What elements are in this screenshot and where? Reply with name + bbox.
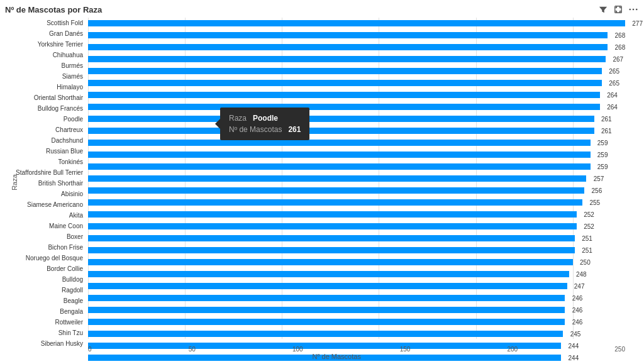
bar-value: 247 bbox=[574, 282, 585, 289]
bar-fill: 250 bbox=[88, 259, 573, 265]
bar-fill: 261 bbox=[88, 116, 594, 122]
chart-title: Nº de Mascotas por Raza bbox=[5, 5, 102, 14]
y-label: Ragdoll bbox=[0, 285, 86, 295]
table-row[interactable]: 245 bbox=[88, 328, 625, 339]
bar-fill: 277 bbox=[88, 20, 625, 26]
y-axis-labels: Scottish FoldGran DanésYorkshire Terrier… bbox=[0, 18, 86, 339]
y-label: Bengala bbox=[0, 306, 86, 317]
table-row[interactable]: 265 bbox=[88, 65, 625, 76]
table-row[interactable]: 251 bbox=[88, 245, 625, 255]
bar-value: 248 bbox=[576, 270, 587, 277]
y-label: Border Collie bbox=[0, 263, 86, 274]
bar-value: 256 bbox=[592, 187, 602, 194]
table-row[interactable]: 267 bbox=[88, 53, 625, 64]
table-row[interactable]: 264 bbox=[88, 89, 625, 100]
bar-fill: 264 bbox=[88, 104, 600, 110]
table-row[interactable]: 268 bbox=[88, 30, 625, 40]
bar-fill: 252 bbox=[88, 211, 577, 218]
y-label: Staffordshire Bull Terrier bbox=[0, 167, 86, 178]
table-row[interactable]: 252 bbox=[88, 221, 625, 231]
bar-value: 257 bbox=[594, 175, 604, 182]
bar-fill: 265 bbox=[88, 68, 602, 74]
table-row[interactable]: 247 bbox=[88, 280, 625, 291]
bar-value: 244 bbox=[569, 354, 579, 361]
y-label: Russian Blue bbox=[0, 146, 86, 157]
bar-value: 246 bbox=[572, 318, 583, 325]
x-axis-ticks: 050100150200250 bbox=[88, 346, 625, 353]
bar-value: 265 bbox=[609, 67, 619, 74]
table-row[interactable]: 268 bbox=[88, 41, 625, 52]
bar-value: 267 bbox=[613, 55, 623, 62]
table-row[interactable]: 259 bbox=[88, 161, 625, 172]
table-row[interactable]: 248 bbox=[88, 268, 625, 279]
filter-icon[interactable] bbox=[597, 4, 609, 15]
bar-fill: 245 bbox=[88, 331, 563, 337]
x-tick: 100 bbox=[292, 346, 303, 353]
bar-fill: 259 bbox=[88, 140, 591, 146]
y-label: Siberian Husky bbox=[0, 338, 86, 349]
table-row[interactable]: 251 bbox=[88, 233, 625, 243]
y-label: Boxer bbox=[0, 231, 86, 242]
table-row[interactable]: 256 bbox=[88, 185, 625, 196]
x-tick: 0 bbox=[88, 346, 92, 353]
bar-value: 251 bbox=[582, 246, 592, 253]
y-label: Oriental Shorthair bbox=[0, 92, 86, 103]
bar-value: 259 bbox=[597, 139, 608, 146]
bar-value: 251 bbox=[582, 234, 592, 241]
bar-fill: 251 bbox=[88, 247, 575, 253]
bar-fill: 246 bbox=[88, 307, 565, 313]
more-icon[interactable] bbox=[628, 4, 639, 15]
bar-value: 252 bbox=[584, 211, 594, 218]
bar-fill: 267 bbox=[88, 56, 606, 62]
y-label: Akita bbox=[0, 210, 86, 221]
table-row[interactable]: 250 bbox=[88, 256, 625, 267]
y-label: Bichon Frise bbox=[0, 242, 86, 253]
table-row[interactable]: 259 bbox=[88, 149, 625, 160]
bar-value: 250 bbox=[580, 258, 591, 265]
bar-fill: 255 bbox=[88, 199, 582, 206]
bar-fill: 247 bbox=[88, 283, 567, 289]
svg-point-1 bbox=[629, 9, 631, 11]
bar-fill: 252 bbox=[88, 223, 577, 229]
y-label: Gran Danés bbox=[0, 28, 86, 39]
y-label: British Shorthair bbox=[0, 178, 86, 189]
bar-value: 252 bbox=[584, 223, 594, 229]
table-row[interactable]: 252 bbox=[88, 209, 625, 219]
table-row[interactable]: 261 bbox=[88, 125, 625, 136]
bar-value: 264 bbox=[607, 103, 618, 110]
bars-area: 2772682682672652652642642612612592592592… bbox=[88, 18, 625, 339]
bar-fill: 251 bbox=[88, 235, 575, 241]
bar-value: 259 bbox=[597, 151, 608, 158]
bar-value: 264 bbox=[607, 91, 618, 98]
y-label: Rottweiler bbox=[0, 317, 86, 328]
table-row[interactable]: 259 bbox=[88, 137, 625, 148]
y-label: Maine Coon bbox=[0, 221, 86, 231]
bar-value: 261 bbox=[601, 115, 612, 122]
table-row[interactable]: 265 bbox=[88, 77, 625, 88]
y-label: Abisinio bbox=[0, 189, 86, 199]
svg-point-2 bbox=[633, 9, 635, 11]
table-row[interactable]: 277 bbox=[88, 18, 625, 28]
table-row[interactable]: 246 bbox=[88, 304, 625, 315]
bar-value: 268 bbox=[615, 43, 626, 50]
y-label: Chihuahua bbox=[0, 50, 86, 60]
bar-value: 255 bbox=[589, 199, 600, 206]
chart-icons bbox=[597, 4, 639, 15]
bar-fill: 248 bbox=[88, 271, 569, 277]
table-row[interactable]: 257 bbox=[88, 173, 625, 184]
table-row[interactable]: 264 bbox=[88, 101, 625, 112]
y-label: Yorkshire Terrier bbox=[0, 39, 86, 50]
y-label: Dachshund bbox=[0, 135, 86, 146]
bar-fill: 268 bbox=[88, 44, 608, 50]
bar-value: 277 bbox=[632, 19, 643, 26]
table-row[interactable]: 255 bbox=[88, 197, 625, 207]
svg-rect-0 bbox=[615, 6, 622, 13]
x-tick: 50 bbox=[189, 346, 196, 353]
bar-fill: 264 bbox=[88, 92, 600, 98]
expand-icon[interactable] bbox=[613, 4, 624, 15]
bar-fill: 259 bbox=[88, 163, 591, 170]
table-row[interactable]: 246 bbox=[88, 316, 625, 327]
table-row[interactable]: 261 bbox=[88, 113, 625, 124]
bar-fill: 265 bbox=[88, 80, 602, 86]
table-row[interactable]: 246 bbox=[88, 292, 625, 303]
